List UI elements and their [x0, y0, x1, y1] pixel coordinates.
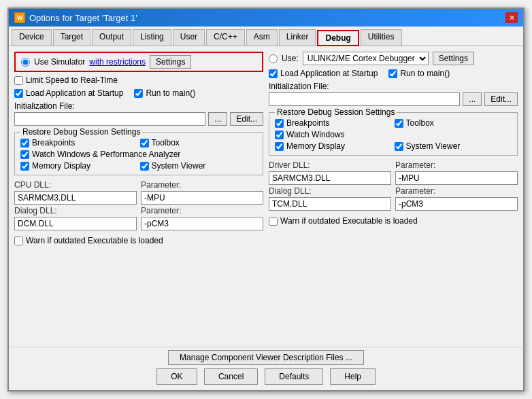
left-dll-row1: CPU DLL: Parameter:: [14, 180, 263, 190]
tab-utilities[interactable]: Utilities: [361, 29, 402, 46]
right-dialog-dll-input[interactable]: [269, 197, 391, 211]
left-init-file-section: Initialization File: ... Edit...: [14, 101, 263, 126]
right-dialog-param-label: Parameter:: [395, 186, 518, 196]
right-sysview-row: System Viewer: [395, 141, 512, 151]
right-edit-button[interactable]: Edit...: [484, 92, 518, 106]
tab-target[interactable]: Target: [53, 29, 90, 46]
left-sysview-checkbox[interactable]: [140, 162, 149, 171]
tab-user[interactable]: User: [173, 29, 205, 46]
left-dialog-param-input[interactable]: [141, 217, 263, 230]
right-browse-button[interactable]: ...: [463, 92, 482, 106]
left-browse-button[interactable]: ...: [208, 112, 227, 126]
left-load-app-checkbox[interactable]: [14, 89, 23, 98]
right-watch-row: Watch Windows: [275, 130, 512, 139]
main-dialog: W Options for Target 'Target 1' ✕ Device…: [7, 7, 525, 392]
right-sysview-label: System Viewer: [406, 141, 461, 151]
left-dialog-dll-label: Dialog DLL:: [14, 206, 137, 215]
right-init-file-input[interactable]: [269, 92, 460, 106]
right-restore-group-title: Restore Debug Session Settings: [275, 107, 397, 117]
right-driver-param-input[interactable]: [395, 171, 518, 185]
right-driver-dll-input[interactable]: [269, 171, 391, 185]
left-toolbox-label: Toolbox: [152, 138, 180, 148]
left-cpu-dll-input[interactable]: [14, 191, 137, 205]
right-dll-row2: [269, 171, 518, 185]
left-run-to-main-label: Run to main(): [146, 88, 195, 98]
tab-debug[interactable]: Debug: [317, 30, 359, 46]
title-bar-left: W Options for Target 'Target 1': [14, 12, 137, 23]
right-run-to-main-checkbox[interactable]: [388, 69, 397, 78]
left-sysview-row: System Viewer: [140, 161, 258, 171]
right-init-file-row: ... Edit...: [269, 92, 518, 106]
right-driver-dll-label: Driver DLL:: [269, 160, 391, 170]
right-dialog-param-input[interactable]: [395, 197, 518, 211]
dialog-title: Options for Target 'Target 1': [29, 13, 137, 23]
right-breakpoints-row: Breakpoints: [275, 118, 393, 128]
right-breakpoints-checkbox[interactable]: [275, 119, 284, 128]
left-dialog-dll-input[interactable]: [14, 217, 137, 230]
right-memory-checkbox[interactable]: [275, 142, 284, 151]
right-memory-label: Memory Display: [286, 141, 345, 151]
left-memory-checkbox[interactable]: [20, 162, 29, 171]
left-cpu-param-input[interactable]: [141, 191, 263, 205]
tab-linker[interactable]: Linker: [279, 29, 316, 46]
left-edit-button[interactable]: Edit...: [230, 112, 263, 126]
left-panel: Use Simulator with restrictions Settings…: [14, 52, 263, 341]
right-load-app-row: Load Application at Startup: [269, 69, 378, 78]
simulator-radio[interactable]: [21, 58, 30, 67]
right-load-app-checkbox[interactable]: [269, 69, 278, 78]
right-use-radio[interactable]: [269, 54, 278, 63]
left-load-app-label: Load Application at Startup: [26, 88, 123, 98]
help-button[interactable]: Help: [330, 368, 376, 385]
right-watch-checkbox[interactable]: [275, 131, 284, 139]
left-breakpoints-label: Breakpoints: [32, 138, 75, 148]
left-restore-row1: Breakpoints Toolbox: [20, 138, 257, 148]
right-toolbox-checkbox[interactable]: [395, 119, 403, 128]
left-watch-checkbox[interactable]: [20, 150, 29, 159]
tab-listing[interactable]: Listing: [133, 29, 171, 46]
tab-device[interactable]: Device: [12, 29, 52, 46]
right-load-app-label: Load Application at Startup: [280, 69, 378, 78]
left-warn-row: Warn if outdated Executable is loaded: [14, 236, 263, 245]
limit-speed-checkbox[interactable]: [14, 76, 23, 85]
tabs-bar: Device Target Output Listing User C/C++ …: [9, 27, 523, 46]
right-sysview-checkbox[interactable]: [395, 142, 403, 151]
right-init-file-section: Initialization File: ... Edit...: [269, 82, 518, 106]
right-warn-checkbox[interactable]: [269, 217, 278, 226]
right-init-file-label: Initialization File:: [269, 82, 518, 91]
left-breakpoints-row: Breakpoints: [20, 138, 138, 148]
right-settings-button[interactable]: Settings: [433, 52, 474, 65]
right-run-to-main-label: Run to main(): [400, 69, 450, 78]
left-warn-checkbox[interactable]: [14, 237, 23, 245]
limit-speed-row: Limit Speed to Real-Time: [14, 75, 263, 85]
left-init-file-input[interactable]: [14, 112, 205, 126]
right-debugger-select[interactable]: ULINK2/ME Cortex Debugger: [303, 52, 429, 65]
left-memory-row: Memory Display: [20, 161, 138, 171]
left-toolbox-checkbox[interactable]: [140, 139, 149, 148]
tab-cpp[interactable]: C/C++: [206, 29, 245, 46]
left-dll-section: CPU DLL: Parameter: Dialog DLL: Paramete…: [14, 180, 263, 230]
cancel-button[interactable]: Cancel: [204, 368, 258, 385]
left-settings-button[interactable]: Settings: [150, 55, 191, 69]
close-button[interactable]: ✕: [505, 12, 518, 23]
simulator-link[interactable]: with restrictions: [89, 57, 146, 67]
left-init-file-label: Initialization File:: [14, 101, 263, 111]
left-restore-group-title: Restore Debug Session Settings: [20, 127, 142, 137]
left-breakpoints-checkbox[interactable]: [20, 139, 29, 148]
dialog-body: Use Simulator with restrictions Settings…: [9, 46, 523, 347]
left-run-to-main-checkbox[interactable]: [134, 89, 143, 98]
left-restore-row3: Memory Display System Viewer: [20, 161, 257, 171]
action-buttons: OK Cancel Defaults Help: [14, 368, 518, 385]
defaults-button[interactable]: Defaults: [265, 368, 323, 385]
manage-button[interactable]: Manage Component Viewer Description File…: [168, 350, 364, 365]
ok-button[interactable]: OK: [156, 368, 197, 385]
tab-asm[interactable]: Asm: [246, 29, 278, 46]
right-memory-row: Memory Display: [275, 141, 393, 151]
left-toolbox-row: Toolbox: [140, 138, 258, 148]
bottom-bar: Manage Component Viewer Description File…: [9, 347, 523, 390]
left-load-app-row: Load Application at Startup: [14, 88, 123, 98]
tab-output[interactable]: Output: [92, 29, 131, 46]
title-bar: W Options for Target 'Target 1' ✕: [9, 9, 523, 27]
right-run-to-main-row: Run to main(): [388, 69, 450, 78]
left-restore-content: Breakpoints Toolbox Watch Windows & Perf…: [20, 138, 257, 171]
right-dialog-dll-label: Dialog DLL:: [269, 186, 391, 196]
